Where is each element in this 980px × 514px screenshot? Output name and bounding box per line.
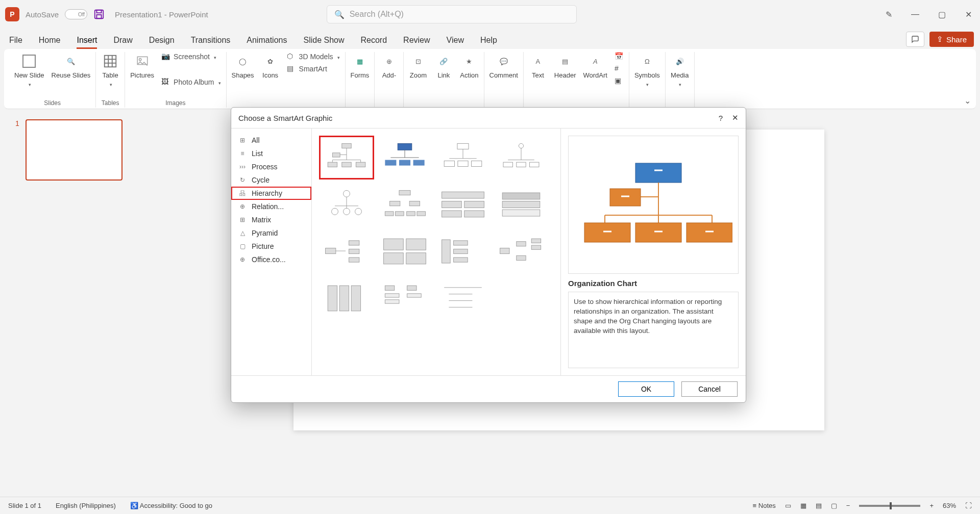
svg-rect-81 xyxy=(385,294,399,297)
svg-rect-58 xyxy=(502,210,540,216)
layout-name-title-org[interactable] xyxy=(435,136,491,179)
preview-description: Use to show hierarchical information or … xyxy=(568,292,739,368)
svg-rect-67 xyxy=(406,253,426,264)
svg-rect-72 xyxy=(500,248,509,254)
svg-rect-80 xyxy=(385,286,394,290)
svg-rect-52 xyxy=(442,201,462,208)
svg-rect-76 xyxy=(531,245,541,249)
dialog-footer: OK Cancel xyxy=(231,376,746,402)
cat-pyramid[interactable]: △Pyramid xyxy=(231,226,311,240)
svg-rect-93 xyxy=(610,189,641,206)
svg-rect-56 xyxy=(502,193,540,199)
svg-rect-69 xyxy=(454,241,468,245)
cat-relationship[interactable]: ⊕Relation... xyxy=(231,200,311,213)
svg-rect-77 xyxy=(328,286,337,311)
dialog-title: Choose a SmartArt Graphic xyxy=(238,114,332,122)
svg-rect-65 xyxy=(406,239,426,250)
svg-rect-26 xyxy=(457,143,469,149)
svg-rect-46 xyxy=(409,201,420,206)
svg-rect-74 xyxy=(517,255,526,260)
svg-rect-60 xyxy=(349,241,359,245)
svg-point-40 xyxy=(344,208,350,215)
svg-rect-89 xyxy=(635,163,681,183)
svg-rect-21 xyxy=(385,160,396,166)
svg-rect-49 xyxy=(407,212,415,216)
svg-rect-101 xyxy=(635,223,681,242)
layout-horizontal-org[interactable] xyxy=(319,229,374,273)
layout-circle-picture[interactable] xyxy=(319,183,374,226)
svg-rect-55 xyxy=(464,211,484,217)
svg-rect-54 xyxy=(442,211,462,217)
svg-rect-83 xyxy=(407,286,416,290)
svg-rect-61 xyxy=(349,249,359,253)
svg-rect-78 xyxy=(339,286,349,311)
svg-rect-22 xyxy=(399,160,410,166)
svg-rect-28 xyxy=(458,161,468,166)
svg-rect-29 xyxy=(472,161,482,166)
svg-rect-103 xyxy=(687,223,732,242)
svg-rect-14 xyxy=(356,162,365,167)
svg-rect-23 xyxy=(413,160,425,166)
svg-rect-47 xyxy=(385,212,394,216)
smartart-category-list: ⊞All ≡List ›››Process ↻Cycle 品Hierarchy … xyxy=(231,128,312,375)
layout-half-circle-org[interactable] xyxy=(494,136,549,179)
svg-rect-50 xyxy=(417,212,426,216)
layout-hierarchy-list[interactable] xyxy=(377,276,432,320)
cat-office[interactable]: ⊕Office.co... xyxy=(231,253,311,266)
dialog-close-button[interactable]: ✕ xyxy=(732,113,739,122)
svg-rect-27 xyxy=(444,161,454,166)
svg-rect-59 xyxy=(326,248,336,254)
svg-rect-44 xyxy=(399,190,410,195)
cat-list[interactable]: ≡List xyxy=(231,147,311,160)
svg-point-41 xyxy=(355,208,362,215)
cat-all[interactable]: ⊞All xyxy=(231,134,311,147)
smartart-dialog: Choose a SmartArt Graphic ? ✕ ⊞All ≡List… xyxy=(231,107,746,403)
svg-rect-62 xyxy=(349,258,359,262)
layout-org-chart[interactable] xyxy=(319,136,374,179)
svg-rect-11 xyxy=(332,153,340,157)
svg-rect-79 xyxy=(351,286,360,311)
cat-picture[interactable]: ▢Picture xyxy=(231,240,311,253)
smartart-layout-grid xyxy=(312,128,561,375)
svg-point-39 xyxy=(332,208,338,215)
layout-architecture[interactable] xyxy=(319,276,374,320)
cat-hierarchy[interactable]: 品Hierarchy xyxy=(231,187,311,200)
svg-rect-57 xyxy=(502,201,540,208)
svg-rect-70 xyxy=(454,249,468,253)
svg-rect-51 xyxy=(442,192,484,198)
svg-rect-20 xyxy=(398,143,412,150)
ok-button[interactable]: OK xyxy=(618,381,674,397)
svg-rect-35 xyxy=(530,162,539,167)
svg-point-32 xyxy=(519,143,523,148)
svg-point-38 xyxy=(344,190,350,197)
cat-cycle[interactable]: ↻Cycle xyxy=(231,173,311,187)
layout-labeled-hierarchy[interactable] xyxy=(435,183,491,226)
layout-table-hierarchy[interactable] xyxy=(494,183,549,226)
svg-rect-45 xyxy=(390,201,400,206)
svg-rect-82 xyxy=(385,300,399,303)
preview-canvas xyxy=(568,136,739,274)
layout-picture-org-chart[interactable] xyxy=(377,136,432,179)
cat-process[interactable]: ›››Process xyxy=(231,160,311,173)
cat-matrix[interactable]: ⊞Matrix xyxy=(231,213,311,226)
svg-rect-68 xyxy=(442,240,451,263)
preview-title: Organization Chart xyxy=(568,279,739,288)
cancel-button[interactable]: Cancel xyxy=(681,381,738,397)
svg-rect-73 xyxy=(517,242,526,246)
smartart-preview: Organization Chart Use to show hierarchi… xyxy=(561,128,746,375)
svg-rect-13 xyxy=(342,162,351,167)
svg-rect-34 xyxy=(517,162,526,167)
layout-horizontal-hierarchy[interactable] xyxy=(494,229,549,273)
dialog-help-button[interactable]: ? xyxy=(719,114,723,122)
svg-rect-99 xyxy=(584,223,630,242)
layout-horizontal-multi[interactable] xyxy=(377,229,432,273)
layout-horizontal-labeled[interactable] xyxy=(435,229,491,273)
dialog-backdrop: Choose a SmartArt Graphic ? ✕ ⊞All ≡List… xyxy=(0,0,980,514)
layout-lined-list[interactable] xyxy=(435,276,491,320)
svg-rect-64 xyxy=(384,239,404,250)
svg-rect-71 xyxy=(454,258,468,262)
svg-rect-48 xyxy=(396,212,404,216)
dialog-titlebar: Choose a SmartArt Graphic ? ✕ xyxy=(231,108,746,128)
svg-rect-84 xyxy=(407,294,422,297)
layout-hierarchy[interactable] xyxy=(377,183,432,226)
